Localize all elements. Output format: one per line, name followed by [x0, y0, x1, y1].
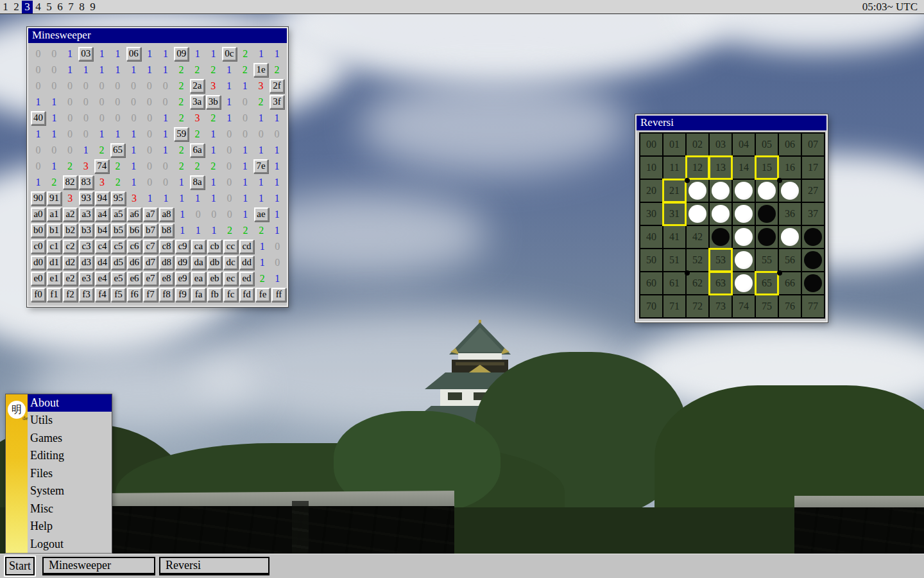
- mine-cell-a0[interactable]: a0: [31, 207, 46, 222]
- mine-cell-fd[interactable]: fd: [239, 288, 254, 302]
- mine-cell-fc[interactable]: fc: [223, 288, 238, 302]
- menu-item-logout[interactable]: Logout: [28, 536, 112, 553]
- mine-cell-e4[interactable]: e4: [95, 272, 110, 286]
- mine-cell-cb[interactable]: cb: [207, 240, 222, 254]
- workspace-3[interactable]: 3: [22, 1, 33, 13]
- reversi-cell-13[interactable]: 13: [710, 157, 732, 179]
- mine-cell-e9[interactable]: e9: [175, 272, 190, 286]
- mine-cell-b2[interactable]: b2: [63, 223, 78, 238]
- mine-cell-0c[interactable]: 0c: [222, 47, 237, 61]
- mine-cell-ed[interactable]: ed: [239, 272, 254, 286]
- menu-item-utils[interactable]: Utils: [28, 412, 112, 429]
- reversi-cell-51[interactable]: 51: [663, 249, 685, 271]
- reversi-cell-75[interactable]: 75: [756, 295, 778, 317]
- mine-cell-f6[interactable]: f6: [127, 288, 142, 302]
- mine-cell-ff[interactable]: ff: [271, 288, 286, 302]
- mine-cell-2a[interactable]: 2a: [190, 79, 205, 93]
- reversi-cell-70[interactable]: 70: [640, 295, 662, 317]
- mine-cell-a4[interactable]: a4: [95, 207, 110, 222]
- reversi-cell-55[interactable]: 55: [756, 249, 778, 271]
- reversi-cell-04[interactable]: 04: [733, 134, 755, 155]
- menu-item-games[interactable]: Games: [28, 430, 112, 447]
- reversi-cell-31[interactable]: 31: [663, 203, 685, 225]
- minesweeper-titlebar[interactable]: Minesweeper: [28, 28, 287, 43]
- menu-item-about[interactable]: About: [28, 394, 112, 412]
- reversi-cell-62[interactable]: 62: [687, 272, 708, 294]
- mine-cell-d9[interactable]: d9: [175, 256, 190, 270]
- mine-cell-09[interactable]: 09: [174, 47, 189, 61]
- workspace-8[interactable]: 8: [76, 1, 87, 13]
- menu-item-help[interactable]: Help: [28, 518, 112, 535]
- mine-cell-f8[interactable]: f8: [159, 288, 174, 302]
- mine-cell-3a[interactable]: 3a: [190, 95, 205, 109]
- mine-cell-06[interactable]: 06: [126, 47, 141, 61]
- reversi-cell-56[interactable]: 56: [779, 249, 801, 271]
- reversi-cell-77[interactable]: 77: [802, 295, 824, 317]
- mine-cell-e6[interactable]: e6: [127, 272, 142, 286]
- mine-cell-b4[interactable]: b4: [95, 223, 110, 238]
- mine-cell-b3[interactable]: b3: [79, 223, 94, 238]
- mine-cell-d6[interactable]: d6: [127, 256, 142, 270]
- mine-cell-ec[interactable]: ec: [223, 272, 238, 286]
- mine-cell-3b[interactable]: 3b: [206, 95, 221, 109]
- reversi-cell-21[interactable]: 21: [663, 180, 685, 202]
- reversi-cell-02[interactable]: 02: [687, 134, 708, 155]
- mine-cell-c8[interactable]: c8: [159, 240, 174, 254]
- mine-cell-e5[interactable]: e5: [111, 272, 126, 286]
- mine-cell-c4[interactable]: c4: [95, 240, 110, 254]
- mine-cell-cc[interactable]: cc: [223, 240, 238, 254]
- mine-cell-40[interactable]: 40: [31, 111, 46, 125]
- mine-cell-f3[interactable]: f3: [79, 288, 94, 302]
- menu-item-misc[interactable]: Misc: [28, 500, 112, 518]
- mine-cell-f1[interactable]: f1: [47, 288, 62, 302]
- reversi-cell-50[interactable]: 50: [640, 249, 662, 271]
- mine-cell-b8[interactable]: b8: [159, 223, 174, 238]
- reversi-titlebar[interactable]: Reversi: [637, 116, 826, 130]
- mine-cell-d4[interactable]: d4: [95, 256, 110, 270]
- mine-cell-d5[interactable]: d5: [111, 256, 126, 270]
- mine-cell-f2[interactable]: f2: [63, 288, 78, 302]
- reversi-cell-20[interactable]: 20: [640, 180, 662, 202]
- mine-cell-83[interactable]: 83: [79, 175, 94, 189]
- mine-cell-fb[interactable]: fb: [207, 288, 222, 302]
- mine-cell-a2[interactable]: a2: [63, 207, 78, 222]
- workspace-1[interactable]: 1: [0, 1, 11, 13]
- mine-cell-db[interactable]: db: [207, 256, 222, 270]
- reversi-cell-06[interactable]: 06: [779, 134, 801, 155]
- reversi-cell-05[interactable]: 05: [756, 134, 778, 155]
- mine-cell-f7[interactable]: f7: [143, 288, 158, 302]
- mine-cell-e7[interactable]: e7: [143, 272, 158, 286]
- reversi-cell-52[interactable]: 52: [687, 249, 708, 271]
- mine-cell-d2[interactable]: d2: [63, 256, 78, 270]
- mine-cell-da[interactable]: da: [191, 256, 206, 270]
- mine-cell-ae[interactable]: ae: [254, 207, 269, 222]
- reversi-cell-71[interactable]: 71: [663, 295, 685, 317]
- reversi-cell-03[interactable]: 03: [710, 134, 732, 155]
- reversi-cell-30[interactable]: 30: [640, 203, 662, 225]
- mine-cell-c0[interactable]: c0: [31, 240, 46, 254]
- reversi-cell-16[interactable]: 16: [779, 157, 801, 179]
- mine-cell-f0[interactable]: f0: [31, 288, 46, 302]
- workspace-4[interactable]: 4: [33, 1, 44, 13]
- reversi-cell-37[interactable]: 37: [802, 203, 824, 225]
- menu-item-editing[interactable]: Editing: [28, 447, 112, 464]
- reversi-cell-42[interactable]: 42: [687, 226, 708, 248]
- reversi-cell-41[interactable]: 41: [663, 226, 685, 248]
- workspace-6[interactable]: 6: [55, 1, 65, 13]
- mine-cell-d1[interactable]: d1: [47, 256, 62, 270]
- mine-cell-c7[interactable]: c7: [143, 240, 158, 254]
- reversi-cell-60[interactable]: 60: [640, 272, 662, 294]
- mine-cell-fe[interactable]: fe: [255, 288, 270, 302]
- reversi-cell-15[interactable]: 15: [756, 157, 778, 179]
- mine-cell-90[interactable]: 90: [31, 191, 46, 206]
- mine-cell-95[interactable]: 95: [111, 191, 126, 206]
- mine-cell-74[interactable]: 74: [94, 159, 109, 173]
- mine-cell-a5[interactable]: a5: [111, 207, 126, 222]
- mine-cell-e0[interactable]: e0: [31, 272, 46, 286]
- mine-cell-1e[interactable]: 1e: [253, 63, 268, 77]
- mine-cell-d8[interactable]: d8: [159, 256, 174, 270]
- reversi-cell-11[interactable]: 11: [663, 157, 685, 179]
- mine-cell-94[interactable]: 94: [95, 191, 110, 206]
- mine-cell-eb[interactable]: eb: [207, 272, 222, 286]
- reversi-cell-36[interactable]: 36: [779, 203, 801, 225]
